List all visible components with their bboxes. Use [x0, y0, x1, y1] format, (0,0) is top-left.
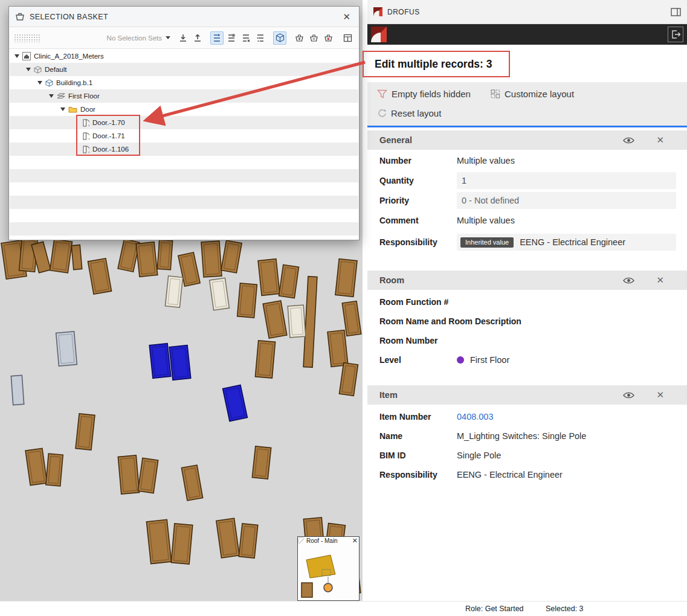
- close-window-icon[interactable]: ✕: [340, 11, 353, 22]
- drofus-panel: DROFUS Edit multiple records: 3 Empty fi…: [367, 0, 687, 601]
- tree-row-category-door[interactable]: Door: [10, 103, 358, 116]
- responsibility-input[interactable]: Inherited value EENG - Electrical Engine…: [457, 234, 676, 251]
- tree-row-empty: [10, 169, 358, 182]
- selection-sets-dropdown[interactable]: No Selection Sets: [107, 34, 162, 42]
- field-row-room-name: Room Name and Room Description: [367, 312, 687, 331]
- drofus-titlebar[interactable]: DROFUS: [367, 0, 687, 24]
- empty-fields-toggle[interactable]: Empty fields hidden: [377, 89, 471, 99]
- table-view-icon[interactable]: [341, 31, 354, 45]
- drag-handle[interactable]: [14, 34, 40, 42]
- tree-row-project[interactable]: Clinic_A_2018_Meters: [10, 50, 358, 63]
- group-by-type-icon[interactable]: [254, 31, 267, 45]
- field-value: Multiple values: [457, 216, 515, 225]
- filter-icon: [377, 89, 387, 98]
- field-label: Priority: [379, 196, 457, 205]
- drofus-logo-icon: [371, 27, 387, 42]
- tree-row-door-instance[interactable]: Door.-1.71: [10, 129, 358, 143]
- close-section-icon[interactable]: ✕: [656, 135, 664, 146]
- save-selection-icon[interactable]: [176, 31, 190, 45]
- tree-label: Door: [80, 106, 95, 113]
- section-box-minimap[interactable]: Roof - Main ✕: [297, 536, 360, 601]
- load-selection-icon[interactable]: [191, 31, 204, 45]
- field-label: Quantity: [379, 176, 457, 185]
- project-icon: [22, 52, 31, 60]
- field-label: Number: [379, 156, 457, 165]
- tree-label: Clinic_A_2018_Meters: [34, 53, 104, 60]
- page-title: Edit multiple records: 3: [375, 51, 492, 77]
- minimap-close-icon[interactable]: ✕: [352, 537, 358, 545]
- field-label: Room Name and Room Description: [379, 316, 521, 326]
- dock-panel-icon[interactable]: [671, 8, 681, 16]
- expand-caret-icon[interactable]: [26, 68, 31, 71]
- section-title: General: [379, 135, 623, 145]
- visibility-icon[interactable]: [623, 277, 634, 284]
- group-by-model-icon[interactable]: [210, 31, 224, 45]
- logout-icon[interactable]: [668, 27, 683, 42]
- priority-input[interactable]: [457, 192, 676, 209]
- status-selected: Selected: 3: [546, 605, 584, 613]
- field-value: Single Pole: [457, 451, 501, 460]
- field-row-item-number: Item Number 0408.003: [367, 407, 687, 426]
- tree-row-empty: [10, 209, 358, 222]
- view-corner-icon: [298, 538, 304, 544]
- field-row-item-responsibility: Responsibility EENG - Electrical Enginee…: [367, 465, 687, 484]
- tree-label: Default: [45, 66, 66, 73]
- field-label: Responsibility: [379, 470, 457, 480]
- door-icon: [83, 146, 89, 153]
- inherited-value-badge: Inherited value: [460, 237, 514, 248]
- tree-label: Door.-1.71: [92, 132, 125, 140]
- tree-label: First Floor: [68, 92, 100, 100]
- expand-caret-icon[interactable]: [37, 81, 42, 85]
- selection-basket-titlebar[interactable]: SELECTION BASKET ✕: [9, 7, 359, 27]
- remove-from-basket-icon[interactable]: [307, 31, 320, 45]
- field-label: BIM ID: [379, 451, 457, 460]
- door-icon: [83, 119, 89, 127]
- customize-layout-button[interactable]: Customize layout: [491, 89, 574, 99]
- tree-row-empty: [10, 182, 358, 196]
- layout-grid-icon: [491, 89, 500, 98]
- item-number-link[interactable]: 0408.003: [457, 412, 493, 422]
- clear-basket-icon[interactable]: [321, 31, 335, 45]
- tree-row-door-instance[interactable]: Door.-1.70: [10, 116, 358, 129]
- status-bar: Role: Get Started Selected: 3: [0, 601, 687, 616]
- tree-label: Door.-1.106: [92, 146, 129, 153]
- tree-row-empty: [10, 196, 358, 209]
- section-header-item[interactable]: Item ✕: [367, 385, 687, 405]
- panel-divider[interactable]: [367, 126, 687, 127]
- show-3d-icon[interactable]: [273, 31, 286, 45]
- minimap-title: Roof - Main: [306, 537, 338, 544]
- field-label: Comment: [379, 216, 457, 225]
- field-value: Multiple values: [457, 156, 515, 165]
- field-row-item-name: Name M_Lighting Switches: Single Pole: [367, 426, 687, 446]
- tree-row-default[interactable]: Default: [10, 63, 358, 76]
- tree-row-door-instance[interactable]: Door.-1.106: [10, 143, 358, 156]
- field-label: Room Number: [379, 336, 437, 345]
- level-icon: [57, 92, 65, 100]
- close-section-icon[interactable]: ✕: [656, 390, 664, 400]
- chevron-down-icon[interactable]: [166, 36, 170, 39]
- quantity-input[interactable]: [457, 172, 676, 189]
- add-to-basket-icon[interactable]: [292, 31, 306, 45]
- selection-set-icon: [34, 66, 42, 74]
- field-value: M_Lighting Switches: Single Pole: [457, 431, 586, 441]
- reset-layout-button[interactable]: Reset layout: [377, 108, 441, 118]
- visibility-icon[interactable]: [623, 391, 634, 399]
- group-by-category-icon[interactable]: [239, 31, 253, 45]
- level-color-dot: [457, 356, 464, 364]
- field-label: Name: [379, 431, 457, 441]
- expand-caret-icon[interactable]: [15, 54, 19, 58]
- field-value: EENG - Electrical Engineer: [520, 237, 625, 247]
- expand-caret-icon[interactable]: [49, 94, 54, 98]
- section-header-general[interactable]: General ✕: [367, 130, 687, 150]
- tree-row-building[interactable]: Building.b.1: [10, 76, 358, 89]
- group-by-level-icon[interactable]: [225, 31, 238, 45]
- section-header-room[interactable]: Room ✕: [367, 271, 687, 290]
- expand-caret-icon[interactable]: [60, 107, 65, 111]
- tree-row-level[interactable]: First Floor: [10, 89, 358, 103]
- visibility-icon[interactable]: [623, 136, 634, 144]
- reset-icon: [377, 109, 387, 118]
- field-row-level: Level First Floor: [367, 350, 687, 370]
- customize-layout-label: Customize layout: [505, 89, 574, 99]
- close-section-icon[interactable]: ✕: [656, 275, 664, 286]
- building-icon: [45, 79, 53, 87]
